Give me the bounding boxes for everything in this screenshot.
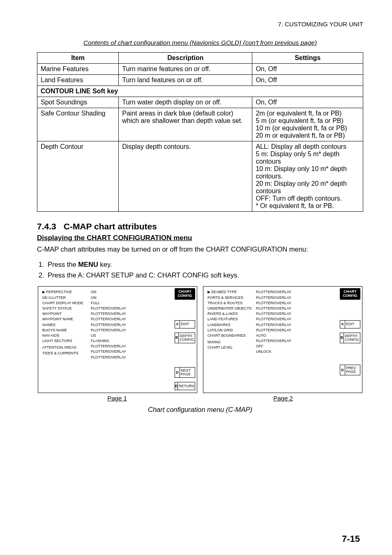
table-row: Marine Features Turn marine features on … — [37, 64, 363, 75]
softkey-label: EDIT — [345, 321, 360, 328]
menu-item[interactable]: LIGHT SECTORS — [42, 339, 88, 343]
softkey-letter: A — [175, 321, 180, 328]
menu-item[interactable]: PORTS & SERVICES — [208, 296, 254, 300]
softkey-label: RETURN — [178, 382, 195, 390]
panel-tab: CHART CONFIG — [175, 288, 195, 300]
menu-item[interactable]: CHART BOUNDARIES — [208, 333, 254, 338]
intro-paragraph: C-MAP chart attributes may be turned on … — [37, 245, 363, 254]
table-subtitle: Contents of chart configuration menu (Na… — [37, 39, 363, 46]
panel-labels-col: ▶SEABED TYPE PORTS & SERVICES TRACKS & R… — [208, 290, 254, 390]
panel-values-col: ON ON FULL PLOTTER/OVERLAY PLOTTER/OVERL… — [91, 290, 126, 390]
softkey-label: PREVPAGE — [345, 365, 360, 375]
menu-item[interactable]: UNDERWATER OBJECTS — [208, 306, 254, 310]
menu-value: PLOTTER/OVERLAY — [91, 344, 126, 348]
menu-value: FLASHING — [91, 339, 126, 343]
cell-desc: Turn marine features on or off. — [119, 64, 252, 75]
menu-item[interactable]: MIXING — [208, 340, 254, 344]
menu-item[interactable]: LAND FEATURES — [208, 317, 254, 321]
softkey-letter: D — [175, 368, 180, 377]
menu-item[interactable]: NAV-AIDS — [42, 333, 88, 338]
menu-item[interactable]: LAT/LON GRID — [208, 328, 254, 332]
cell-desc: Turn water depth display on or off. — [119, 97, 252, 108]
softkey-letter: D — [340, 365, 345, 375]
cell-item: Spot Soundings — [37, 97, 119, 108]
menu-value: PLOTTER/OVERLAY — [91, 355, 126, 359]
menu-value: PLOTTER/OVERLAY — [256, 339, 291, 343]
menu-item[interactable]: BUOYS NAME — [42, 328, 88, 332]
menu-value: PLOTTER/OVERLAY — [256, 323, 291, 327]
menu-item[interactable]: CHART LEVEL — [208, 345, 254, 349]
softkey-label: DEPTHCONFIG — [344, 333, 360, 343]
softkey-letter: E — [175, 382, 178, 390]
menu-value: PLOTTER/OVERLAY — [256, 328, 291, 332]
menu-value: OFF — [256, 344, 291, 348]
panel-content: ▶PERSPECTIVE DE-CLUTTER CHART DISPLAY MO… — [38, 287, 173, 393]
softkey-e-return[interactable]: E RETURN — [175, 382, 195, 390]
menu-value: PLOTTER/OVERLAY — [91, 317, 126, 321]
menu-item[interactable]: ATTENTION AREAS — [42, 345, 88, 349]
cell-desc: Paint areas in dark blue (default color)… — [119, 108, 252, 141]
menu-item[interactable]: LANDMARKS — [208, 323, 254, 327]
section-header: 7. CUSTOMIZING YOUR UNIT — [37, 21, 363, 28]
softkey-letter: B — [175, 333, 179, 343]
menu-value: PLOTTER/OVERLAY — [256, 290, 291, 294]
menu-item[interactable]: PERSPECTIVE — [46, 290, 72, 294]
menu-item[interactable]: RIVERS & LAKES — [208, 312, 254, 316]
panel-values-col: PLOTTER/OVERLAY PLOTTER/OVERLAY PLOTTER/… — [256, 290, 291, 390]
menu-value: PLOTTER/OVERLAY — [256, 296, 291, 300]
menu-item[interactable]: DE-CLUTTER — [42, 296, 88, 300]
cell-item: Safe Contour Shading — [37, 108, 119, 141]
th-item: Item — [37, 53, 119, 64]
panels-container: ▶PERSPECTIVE DE-CLUTTER CHART DISPLAY MO… — [37, 286, 363, 393]
table-row: Depth Contour Display depth contours. AL… — [37, 141, 363, 212]
cell-desc: Display depth contours. — [119, 141, 252, 212]
softkey-label: DEPTHCONFIG — [179, 333, 195, 343]
cell-desc: Turn land features on or off. — [119, 75, 252, 86]
cell-settings: On, Off — [252, 64, 363, 75]
menu-value: PLOTTER/OVERLAY — [91, 306, 126, 310]
page-label-1: Page 1 — [37, 395, 197, 402]
menu-item[interactable]: TIDES & CURRENTS — [42, 351, 88, 355]
softkey-a-edit[interactable]: A EDIT — [340, 320, 360, 328]
menu-item[interactable]: SAFETY STATUS — [42, 306, 88, 310]
menu-value: PLOTTER/OVERLAY — [91, 323, 126, 327]
th-settings: Settings — [252, 53, 363, 64]
table-row: Spot Soundings Turn water depth display … — [37, 97, 363, 108]
panel-content: ▶SEABED TYPE PORTS & SERVICES TRACKS & R… — [203, 287, 338, 393]
softkey-a-edit[interactable]: A EDIT — [175, 320, 195, 328]
table-row: Safe Contour Shading Paint areas in dark… — [37, 108, 363, 141]
menu-item[interactable]: WAYPOINT — [42, 312, 88, 316]
softkey-b-depth-config[interactable]: B DEPTHCONFIG — [340, 333, 360, 343]
menu-value: PLOTTER/OVERLAY — [256, 312, 291, 316]
cell-item: Land Features — [37, 75, 119, 86]
figure-caption: Chart configuration menu (C-MAP) — [37, 406, 363, 414]
menu-item[interactable]: SEABED TYPE — [211, 290, 237, 294]
cell-item: Marine Features — [37, 64, 119, 75]
cell-item: Depth Contour — [37, 141, 119, 212]
menu-item[interactable]: WAYPOINT NAME — [42, 317, 88, 321]
menu-item[interactable]: TRACKS & ROUTES — [208, 301, 254, 305]
config-table: Item Description Settings Marine Feature… — [37, 52, 363, 212]
menu-item[interactable]: NAMES — [42, 323, 88, 327]
section-title: C-MAP chart attributes — [64, 222, 157, 231]
softkey-d-next-page[interactable]: D NEXTPAGE — [175, 367, 195, 378]
softkey-b-depth-config[interactable]: B DEPTHCONFIG — [175, 333, 195, 343]
cell-settings: 2m (or equivalent ft, fa or PB) 5 m (or … — [252, 108, 363, 141]
steps-list: Press the MENU key. Press the A: CHART S… — [46, 259, 363, 280]
subsection-heading: Displaying the CHART CONFIGURATION menu — [37, 234, 363, 242]
softkey-label: EDIT — [180, 321, 195, 328]
menu-value: FULL — [91, 301, 126, 305]
menu-value: AUTO — [256, 333, 291, 338]
section-heading: 7.4.3 C-MAP chart attributes — [37, 222, 363, 231]
chart-config-panel-1: ▶PERSPECTIVE DE-CLUTTER CHART DISPLAY MO… — [38, 286, 197, 393]
menu-value: UNLOCK — [256, 349, 291, 354]
panel-labels-col: ▶PERSPECTIVE DE-CLUTTER CHART DISPLAY MO… — [42, 290, 88, 390]
softkey-d-prev-page[interactable]: D PREVPAGE — [340, 365, 360, 375]
menu-value: US — [91, 333, 126, 338]
cell-settings: On, Off — [252, 97, 363, 108]
menu-item[interactable]: CHART DISPLAY MODE — [42, 301, 88, 305]
step-item: Press the A: CHART SETUP and C: CHART CO… — [46, 270, 363, 281]
menu-value: PLOTTER/OVERLAY — [91, 312, 126, 316]
softkey-column: CHART CONFIG A EDIT B DEPTHCONFIG D NEXT… — [173, 287, 197, 393]
th-desc: Description — [119, 53, 252, 64]
